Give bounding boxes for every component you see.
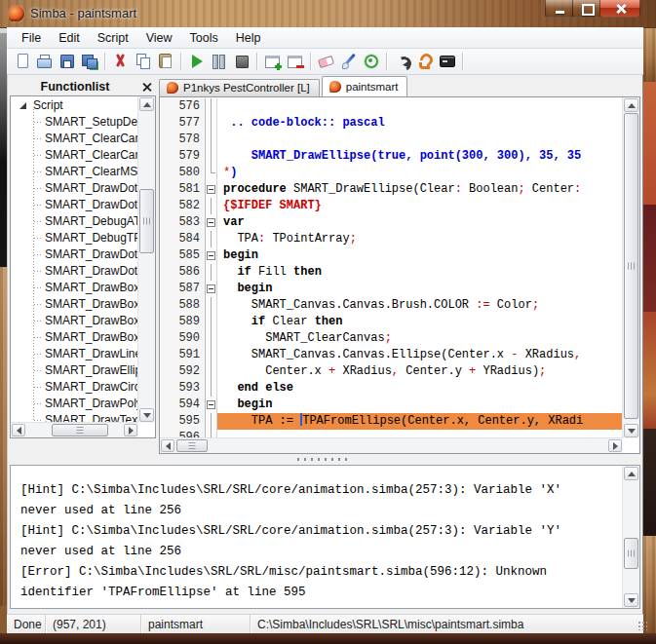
editor-line[interactable]: 586 if Fill then xyxy=(161,264,623,281)
scroll-thumb[interactable] xyxy=(624,538,638,569)
tree-item-smart_drawpoly[interactable]: SMART_DrawPoly xyxy=(12,396,138,412)
open-script-button[interactable] xyxy=(33,51,56,73)
scroll-up-button[interactable] xyxy=(624,467,638,480)
close-tab-button[interactable] xyxy=(284,51,306,73)
editor-line[interactable]: 589 if Clear then xyxy=(161,314,623,330)
minimize-button[interactable] xyxy=(545,0,573,18)
fold-collapse-icon[interactable] xyxy=(207,185,215,194)
compiler-output-panel[interactable]: [Hint] C:\Simba\Includes\SRL/SRL/core/an… xyxy=(10,465,640,609)
editor-line[interactable]: 578 xyxy=(161,132,623,148)
scroll-thumb[interactable] xyxy=(624,113,638,419)
tree-item-smart_drawdots[interactable]: SMART_DrawDots xyxy=(12,197,138,213)
fold-collapse-icon[interactable] xyxy=(207,218,215,227)
menu-script[interactable]: Script xyxy=(89,29,137,47)
editor-line[interactable]: 581procedure SMART_DrawEllipse(Clear: Bo… xyxy=(161,181,623,198)
title-bar[interactable]: Simba - paintsmart xyxy=(0,0,656,28)
editor-line[interactable]: 588 SMART_Canvas.Canvas.Brush.COLOR := C… xyxy=(161,297,623,314)
save-all-button[interactable] xyxy=(78,51,100,73)
run-script-button[interactable] xyxy=(185,51,208,73)
tree-item-smart_drawdots[interactable]: SMART_DrawDots xyxy=(12,246,138,263)
editor-line[interactable]: 580*) xyxy=(161,165,623,181)
editor-line[interactable]: 585begin xyxy=(161,247,623,264)
add-tab-button[interactable] xyxy=(261,51,284,73)
bitmap-arrow-button[interactable] xyxy=(391,51,413,73)
editor-text-area[interactable]: 576577 .. code-block:: pascal578579 SMAR… xyxy=(161,98,623,438)
editor-line[interactable]: 582{$IFDEF SMART} xyxy=(161,198,623,214)
tree-item-smart_clearms[interactable]: SMART_ClearMS xyxy=(12,164,138,180)
tree-item-smart_drawellips[interactable]: SMART_DrawEllips xyxy=(12,362,138,379)
close-button[interactable] xyxy=(599,0,640,18)
eraser-button[interactable] xyxy=(315,51,337,73)
tree-item-smart_drawboxe[interactable]: SMART_DrawBoxe xyxy=(12,280,138,296)
editor-line[interactable]: 591 SMART_Canvas.Canvas.Ellipse(Center.x… xyxy=(161,347,623,363)
editor-line[interactable]: 576 xyxy=(161,98,623,115)
fold-collapse-icon[interactable] xyxy=(207,251,215,260)
editor-line[interactable]: 579 SMART_DrawEllipse(true, point(300, 3… xyxy=(161,148,623,165)
scroll-thumb[interactable] xyxy=(176,439,208,452)
editor-line[interactable]: 583var xyxy=(161,214,623,231)
tab-p1nkys-pestcontroller-l-[interactable]: P1nkys PestController [L] xyxy=(159,79,320,96)
output-vertical-scrollbar[interactable] xyxy=(622,466,639,608)
new-script-button[interactable] xyxy=(11,51,33,73)
tree-item-smart_drawbox[interactable]: SMART_DrawBox xyxy=(12,313,138,329)
tree-item-smart_drawtextm[interactable]: SMART_DrawTextM xyxy=(12,412,138,422)
editor-line[interactable]: 590 SMART_ClearCanvas; xyxy=(161,330,623,347)
tree-item-smart_drawline[interactable]: SMART_DrawLine xyxy=(12,346,138,362)
stop-script-button[interactable] xyxy=(230,51,252,73)
scroll-left-button[interactable] xyxy=(161,439,174,452)
save-script-button[interactable] xyxy=(56,51,78,73)
menu-view[interactable]: View xyxy=(137,29,181,47)
menu-edit[interactable]: Edit xyxy=(50,29,89,47)
console-button[interactable] xyxy=(436,51,458,73)
tree-horizontal-scrollbar[interactable] xyxy=(11,422,138,437)
tree-item-smart_drawboxe[interactable]: SMART_DrawBoxE xyxy=(12,296,138,313)
menu-help[interactable]: Help xyxy=(227,29,270,47)
tree-item-smart_clearcanv[interactable]: SMART_ClearCanv xyxy=(12,147,138,164)
fold-collapse-icon[interactable] xyxy=(207,284,215,293)
color-picker-button[interactable] xyxy=(337,51,360,73)
expander-icon[interactable] xyxy=(19,102,26,109)
target-selector-button[interactable] xyxy=(360,51,382,73)
editor-line[interactable]: 577 .. code-block:: pascal xyxy=(161,115,623,132)
cut-button[interactable] xyxy=(109,51,132,73)
tree-item-smart_drawdots[interactable]: SMART_DrawDots xyxy=(12,180,138,197)
scroll-thumb[interactable] xyxy=(139,189,154,253)
functionlist-close-icon[interactable] xyxy=(140,80,154,94)
pause-script-button[interactable] xyxy=(208,51,230,73)
resize-grip[interactable] xyxy=(637,621,647,630)
code-editor[interactable]: 576577 .. code-block:: pascal578579 SMAR… xyxy=(159,96,640,454)
tree-item-smart_clearcanv[interactable]: SMART_ClearCanv xyxy=(12,131,138,147)
splitter-handle[interactable] xyxy=(297,458,352,461)
tab-paintsmart[interactable]: paintsmart xyxy=(322,76,408,96)
copy-button[interactable] xyxy=(132,51,154,73)
editor-line[interactable]: 587 begin xyxy=(161,281,623,297)
scroll-right-button[interactable] xyxy=(608,439,622,452)
scroll-down-button[interactable] xyxy=(139,408,154,422)
editor-line[interactable]: 595 TPA := TPAFromEllipse(Center.x, Cent… xyxy=(161,413,623,430)
scroll-left-button[interactable] xyxy=(12,424,25,436)
editor-line[interactable]: 584 TPA: TPointArray; xyxy=(161,231,623,247)
tree-item-smart_setupdeb[interactable]: SMART_SetupDeb xyxy=(12,114,138,131)
editor-horizontal-scrollbar[interactable] xyxy=(160,437,623,453)
scroll-right-button[interactable] xyxy=(124,424,137,436)
scroll-down-button[interactable] xyxy=(624,424,638,437)
tree-root-script[interactable]: Script xyxy=(12,97,138,114)
tree-item-smart_debugtpa[interactable]: SMART_DebugTPA xyxy=(12,230,138,246)
menu-tools[interactable]: Tools xyxy=(181,29,227,47)
tree-item-smart_drawdot[interactable]: SMART_DrawDot xyxy=(12,263,138,280)
scroll-up-button[interactable] xyxy=(139,97,154,111)
editor-line[interactable]: 594 begin xyxy=(161,397,623,413)
scroll-up-button[interactable] xyxy=(624,98,638,112)
maximize-button[interactable] xyxy=(572,0,600,18)
tree-item-smart_drawcircl[interactable]: SMART_DrawCircl xyxy=(12,379,138,396)
editor-line[interactable]: 592 Center.x + XRadius, Center.y + YRadi… xyxy=(161,363,623,380)
tree-vertical-scrollbar[interactable] xyxy=(137,96,155,423)
tree-item-smart_debugatp[interactable]: SMART_DebugATP xyxy=(12,213,138,230)
scroll-down-button[interactable] xyxy=(624,593,638,607)
menu-file[interactable]: File xyxy=(13,29,50,47)
fold-collapse-icon[interactable] xyxy=(207,400,215,409)
editor-line[interactable]: 593 end else xyxy=(161,380,623,397)
editor-vertical-scrollbar[interactable] xyxy=(622,97,639,438)
paste-button[interactable] xyxy=(154,51,176,73)
scroll-thumb[interactable] xyxy=(52,424,108,436)
